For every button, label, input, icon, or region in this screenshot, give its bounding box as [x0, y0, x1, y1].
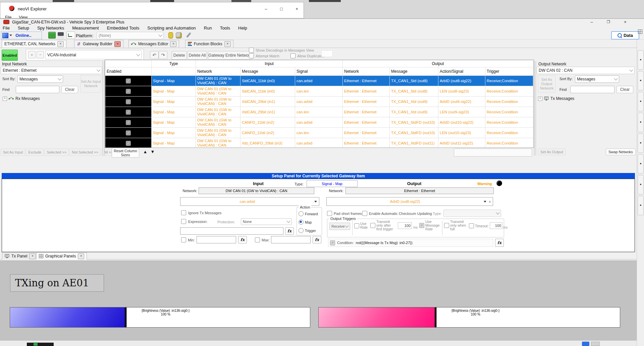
table-row[interactable]: Signal - Map DW CAN 01 (GW to VividCAN) … [105, 86, 533, 97]
enabled-checkbox-icon[interactable] [126, 141, 131, 146]
transmit-full-checkbox[interactable]: Transmit only when full [444, 220, 469, 231]
header-input-signal[interactable]: Signal [295, 67, 343, 76]
dock-panel-button[interactable] [638, 113, 644, 132]
use-message-rate-checkbox[interactable]: Use Message Rate [419, 220, 442, 231]
neovi-close-button[interactable]: × [290, 4, 304, 13]
clear-signal-button[interactable]: x [489, 199, 491, 204]
transmit-first-checkbox[interactable]: Transmit only after first trigger [370, 220, 397, 231]
menu-item[interactable]: Scripting and Automation [147, 25, 196, 31]
cell-type[interactable]: Signal - Map [152, 76, 196, 86]
tab-graphical-panels[interactable]: Graphical Panels × [36, 252, 87, 260]
cell-input-network[interactable]: DW CAN 01 (GW to VividCAN) : CAN [196, 107, 240, 117]
cell-output-message[interactable]: TX_CAN1_Std (out8) [390, 86, 438, 97]
menu-item[interactable]: File [3, 25, 10, 31]
cell-output-network[interactable]: Ethernet : Ethernet [343, 86, 390, 97]
data-button[interactable]: Data [611, 31, 639, 40]
enabled-cell[interactable] [105, 86, 152, 97]
cell-input-message[interactable]: Xtd_CANFD_29bit (in3) [240, 138, 295, 148]
table-row[interactable]: Signal - Map DW CAN 01 (GW to VividCAN) … [105, 117, 533, 128]
menu-item[interactable]: Run [204, 25, 212, 31]
header-group-type[interactable]: Type [152, 60, 196, 67]
cell-input-signal[interactable]: can.len [295, 128, 343, 138]
online-button[interactable]: Online.. [15, 33, 32, 38]
header-action-signal[interactable]: Action/Signal [438, 67, 485, 76]
cell-input-signal[interactable]: can.len [295, 107, 343, 117]
header-output-message[interactable]: Message [390, 67, 438, 76]
checksum-checkbox[interactable]: Enable Automatic Checksum Updating [362, 211, 432, 216]
use-rate-checkbox[interactable]: Use Rate [354, 222, 370, 229]
close-icon[interactable]: × [224, 41, 231, 47]
tx-messages-tree-item[interactable]: + Tx Messages [538, 96, 574, 101]
header-group-input[interactable]: Input [196, 60, 343, 67]
cell-type[interactable]: Signal - Map [152, 97, 196, 107]
cell-trigger[interactable]: Receive;Condition [485, 128, 533, 138]
input-list-action-button[interactable]: Not Selected >> [69, 149, 101, 156]
cell-input-signal[interactable]: can.arbid [295, 138, 343, 148]
reset-column-sizes-button[interactable]: Reset Column Sizes [112, 148, 139, 158]
cell-output-message[interactable]: TX_CAN1_XtdFD (out11) [390, 138, 438, 148]
condition-value[interactable]: not({(Message Is Tx Msg) :in0-27}) [356, 241, 413, 245]
swap-networks-button[interactable]: Swap Netwoks [606, 149, 636, 155]
enabled-cell[interactable] [105, 97, 152, 107]
undo-button[interactable]: ↶ [150, 51, 159, 59]
close-icon[interactable]: × [114, 41, 121, 47]
taskbar-icon-gray[interactable] [591, 342, 600, 346]
menu-item[interactable]: Measurement [72, 25, 99, 31]
timeout-checkbox[interactable]: Timeout: [469, 223, 488, 228]
cell-input-network[interactable]: DW CAN 01 (GW to VividCAN) : CAN [196, 86, 240, 97]
database-export-icon[interactable] [176, 32, 182, 39]
cell-type[interactable]: Signal - Map [152, 138, 196, 148]
enabled-cell[interactable] [105, 107, 152, 117]
close-icon[interactable]: × [78, 253, 84, 259]
attempt-match-checkbox[interactable]: Attempt Match [249, 53, 279, 58]
enabled-checkbox-icon[interactable] [126, 78, 131, 83]
dock-panel-button[interactable] [638, 92, 644, 111]
frame-type-select[interactable] [443, 210, 501, 217]
expression-fx-button[interactable]: fx [285, 227, 294, 235]
cell-input-network[interactable]: DW CAN 01 (GW to VividCAN) : CAN [196, 117, 240, 128]
header-input-message[interactable]: Message [240, 67, 295, 76]
header-enabled[interactable]: Enabled [105, 67, 152, 76]
menu-item[interactable]: Tools [220, 25, 230, 31]
menu-item[interactable]: Setup [18, 25, 29, 31]
input-signal-select[interactable]: can.arbid [180, 197, 319, 206]
max-fx-button[interactable]: fx [313, 236, 321, 243]
hardware-icon[interactable] [48, 32, 56, 39]
header-input-network[interactable]: Network [196, 67, 240, 76]
protection-select[interactable]: None [241, 218, 292, 225]
close-icon[interactable]: × [57, 41, 64, 47]
min-input[interactable] [197, 236, 236, 243]
dock-panel-button[interactable] [638, 175, 644, 194]
cell-output-message[interactable]: TX_CAN1_Xtd (out9) [390, 97, 438, 107]
cell-input-message[interactable]: XtdCAN_29bit (in1) [240, 107, 295, 117]
cell-type[interactable]: Signal - Map [152, 117, 196, 128]
min-fx-button[interactable]: fx [238, 236, 247, 243]
cell-output-message[interactable]: TX_CAN1_StdFD (out10) [390, 128, 438, 138]
max-checkbox[interactable]: Max: [255, 237, 270, 242]
enabled-checkbox-icon[interactable] [126, 120, 131, 125]
cell-action-signal[interactable]: ArbID (out8-sig22) [438, 76, 485, 86]
header-output-network[interactable]: Network [343, 67, 390, 76]
type-value-button[interactable]: Signal - Map [307, 180, 358, 187]
find-input-right[interactable] [570, 86, 614, 93]
cell-type[interactable]: Signal - Map [152, 107, 196, 117]
gateway-entire-network-button[interactable]: Gateway Entire Network [208, 51, 252, 60]
warning-indicator-icon[interactable] [496, 180, 502, 186]
cell-input-network[interactable]: DW CAN 01 (GW to VividCAN) : CAN [196, 97, 240, 107]
cell-output-network[interactable]: Ethernet : Ethernet [343, 76, 390, 86]
output-network-select[interactable]: DW CAN 02 : CAN [537, 67, 635, 74]
cell-input-signal[interactable]: can.arbid [295, 97, 343, 107]
input-list-action-button[interactable]: Exclude [26, 149, 44, 156]
max-input[interactable] [271, 236, 311, 243]
dock-panel-button[interactable] [638, 196, 644, 215]
brightness-gauge-bar-blue[interactable] [10, 307, 126, 328]
table-row[interactable]: Signal - Map DW CAN 01 (GW to VividCAN) … [105, 107, 533, 117]
tab-tx-panel[interactable]: Tx Panel × [2, 252, 38, 260]
save-icon[interactable] [58, 32, 64, 39]
delete-button[interactable]: Delete [172, 51, 186, 60]
receive-select[interactable]: Receive [329, 223, 350, 230]
cell-trigger[interactable]: Receive;Condition [485, 76, 533, 86]
enabled-cell[interactable] [105, 128, 152, 138]
delete-all-button[interactable]: Delete All [187, 51, 207, 60]
expand-icon[interactable]: + [3, 97, 7, 101]
